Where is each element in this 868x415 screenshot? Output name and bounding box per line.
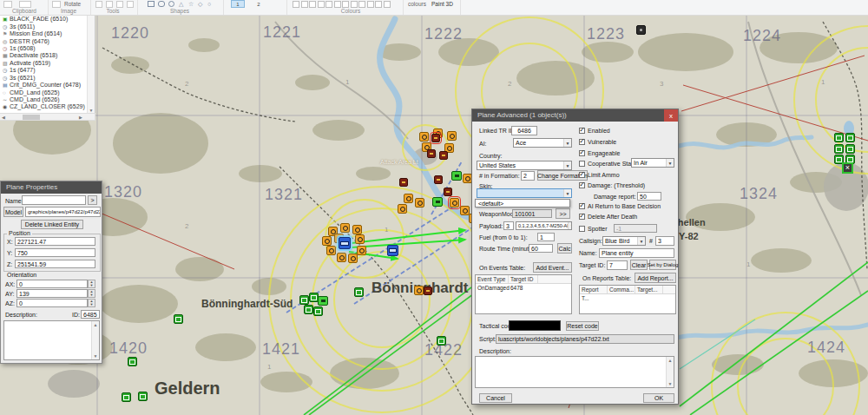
colour-swatch[interactable] bbox=[375, 1, 382, 8]
tree-item[interactable]: ◷ 1s (6508) bbox=[0, 45, 95, 52]
textarea-scrollbar[interactable]: ▲▼ bbox=[91, 321, 99, 359]
weaponmods-expand-button[interactable]: >> bbox=[556, 208, 570, 219]
panel-title[interactable]: Plane Properties bbox=[1, 181, 102, 194]
map-unit-icon[interactable] bbox=[444, 188, 452, 196]
scroll-right-icon[interactable]: ▶ bbox=[79, 115, 82, 120]
size-1-button[interactable]: 1 bbox=[231, 0, 245, 8]
map-unit-icon[interactable] bbox=[450, 198, 459, 208]
name-expand-button[interactable]: > bbox=[88, 195, 97, 205]
target-id-field[interactable]: 7 bbox=[607, 260, 628, 270]
fuel-field[interactable]: 1 bbox=[537, 233, 555, 241]
tree-item[interactable]: ◉ CZ_LAND_CLOSER (6529) bbox=[0, 103, 95, 110]
weaponmods-field[interactable]: 101001 bbox=[512, 209, 552, 218]
map-unit-icon[interactable] bbox=[636, 25, 646, 35]
shape-star-icon[interactable]: ☆ bbox=[188, 1, 194, 8]
tree-item[interactable]: ◌ CMD_Land (6525) bbox=[0, 89, 95, 96]
colour-swatch[interactable] bbox=[318, 1, 325, 8]
limit-ammo-checkbox[interactable]: Limit Ammo bbox=[579, 172, 620, 178]
colour-swatch[interactable] bbox=[334, 1, 341, 8]
route-time-field[interactable]: 60 bbox=[529, 244, 553, 253]
map-unit-icon[interactable] bbox=[352, 225, 362, 234]
delete-after-death-checkbox[interactable]: Delete After Death bbox=[579, 214, 637, 220]
description-textarea[interactable]: ▲▼ bbox=[3, 320, 100, 360]
select-icon[interactable] bbox=[52, 1, 61, 8]
tree-vertical-scrollbar[interactable]: ▼ bbox=[87, 16, 95, 113]
country-select[interactable]: United States▼ bbox=[477, 161, 572, 170]
ai-select[interactable]: Ace▼ bbox=[513, 138, 572, 148]
map-unit-icon[interactable] bbox=[451, 171, 462, 181]
enabled-checkbox[interactable]: Enabled bbox=[579, 128, 610, 134]
model-path-field[interactable]: graphics/planes/p47d22/p47d22.m bbox=[25, 207, 101, 217]
formation-field[interactable]: 2 bbox=[521, 171, 535, 181]
map-unit-icon[interactable] bbox=[399, 178, 408, 187]
colour-swatch[interactable] bbox=[384, 1, 391, 8]
linked-tr-field[interactable]: 6486 bbox=[511, 126, 537, 135]
textarea-scrollbar[interactable]: ▲▼ bbox=[666, 357, 674, 387]
map-unit-icon[interactable] bbox=[447, 131, 457, 141]
reports-header-target[interactable]: Target... bbox=[635, 286, 663, 293]
events-table-header[interactable]: Event Type Target ID bbox=[476, 275, 571, 284]
map-unit-icon[interactable] bbox=[337, 253, 346, 262]
tree-item[interactable]: ◷ 1s (6477) bbox=[0, 67, 95, 74]
callsign-select[interactable]: Blue Bird▼ bbox=[602, 236, 646, 246]
colour-swatch[interactable] bbox=[367, 1, 374, 8]
colour-swatch[interactable] bbox=[358, 1, 365, 8]
scrollbar-thumb[interactable] bbox=[23, 115, 40, 120]
shape-diamond-icon[interactable]: ◇ bbox=[198, 1, 202, 8]
colour-swatch[interactable] bbox=[309, 1, 316, 8]
add-event-button[interactable]: Add Event... bbox=[533, 262, 572, 273]
map-unit-icon[interactable] bbox=[348, 254, 358, 263]
z-field[interactable]: 251541.59 bbox=[15, 260, 95, 268]
map-unit-icon[interactable] bbox=[122, 392, 131, 402]
tree-item[interactable]: ◎ DESTR (6476) bbox=[0, 37, 95, 44]
ax-spinner[interactable]: ▲▼ bbox=[88, 280, 95, 288]
shape-rectangle-icon[interactable] bbox=[148, 1, 155, 7]
map-unit-icon[interactable] bbox=[339, 237, 351, 249]
map-unit-icon[interactable] bbox=[439, 151, 448, 160]
map-unit-icon[interactable] bbox=[431, 134, 440, 142]
reports-header-command[interactable]: Comma... bbox=[608, 286, 635, 293]
reports-table-header[interactable]: Report T... Comma... Target... bbox=[580, 286, 675, 294]
az-spinner[interactable]: ▲▼ bbox=[88, 299, 95, 307]
reset-code-button[interactable]: Reset code bbox=[566, 321, 599, 331]
map-unit-icon[interactable] bbox=[318, 296, 328, 306]
add-report-button[interactable]: Add Report... bbox=[635, 273, 676, 283]
scroll-down-icon[interactable]: ▼ bbox=[667, 381, 674, 386]
map-unit-icon[interactable] bbox=[427, 149, 436, 158]
events-table[interactable]: Event Type Target ID OnDamaged 6478 bbox=[475, 274, 572, 314]
paste-icon[interactable] bbox=[19, 1, 31, 8]
tree-item[interactable]: ▤ Crit_DMG_Counter (6478) bbox=[0, 82, 95, 89]
cooperative-start-checkbox[interactable]: Cooperative Start bbox=[579, 161, 635, 167]
coop-start-select[interactable]: In Air▼ bbox=[631, 158, 674, 168]
calc-button[interactable]: Calc bbox=[557, 243, 572, 254]
map-unit-icon[interactable] bbox=[138, 392, 148, 401]
ax-field[interactable]: 0 bbox=[16, 280, 88, 288]
map-unit-icon[interactable] bbox=[834, 144, 844, 154]
shape-ellipse-icon[interactable] bbox=[168, 1, 174, 7]
id-field[interactable]: 6485 bbox=[81, 310, 100, 319]
tree-item[interactable]: ▨ Activate (6519) bbox=[0, 60, 95, 67]
y-field[interactable]: 750 bbox=[15, 248, 95, 257]
payload-select[interactable]: 0,1,2,3,4,5,6,7-M250-Al▼ bbox=[516, 221, 572, 230]
map-unit-icon[interactable] bbox=[299, 295, 309, 305]
ay-spinner[interactable]: ▲▼ bbox=[88, 289, 95, 298]
colour-swatch[interactable] bbox=[326, 1, 332, 8]
name-field[interactable] bbox=[22, 195, 86, 205]
clipboard-icon[interactable] bbox=[3, 1, 12, 8]
events-header-type[interactable]: Event Type bbox=[476, 275, 509, 283]
callsign-number-field[interactable]: 3 bbox=[655, 236, 674, 246]
map-unit-icon[interactable] bbox=[415, 198, 424, 208]
tactical-code-field[interactable] bbox=[509, 320, 561, 331]
map-unit-icon[interactable] bbox=[437, 336, 446, 346]
map-unit-icon[interactable] bbox=[326, 246, 336, 255]
damage-report-field[interactable]: 50 bbox=[637, 192, 661, 201]
map-unit-icon[interactable] bbox=[398, 204, 407, 214]
colour-swatch[interactable] bbox=[351, 1, 358, 8]
shape-circle-icon[interactable]: ○ bbox=[207, 1, 211, 8]
scroll-up-icon[interactable]: ▲ bbox=[667, 358, 674, 363]
tree-item[interactable]: ⚑ Mission End (6514) bbox=[0, 30, 95, 37]
colour-swatch[interactable] bbox=[301, 1, 308, 8]
tree-item[interactable]: ◷ 3s (6511) bbox=[0, 23, 95, 30]
map-unit-icon[interactable] bbox=[355, 234, 365, 244]
map-unit-icon[interactable] bbox=[845, 144, 855, 154]
